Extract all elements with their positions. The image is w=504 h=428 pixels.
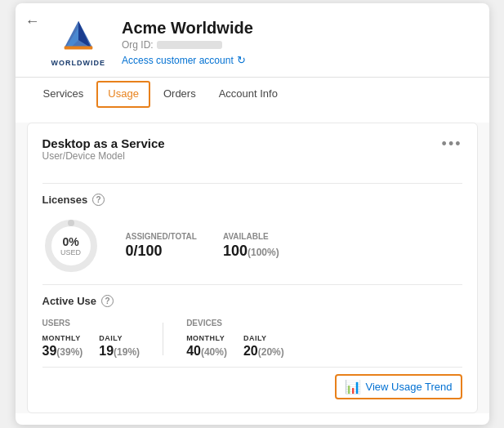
gauge-label: USED <box>60 248 81 256</box>
devices-period-row: MONTHLY 40(40%) DAILY 20(20%) <box>186 334 284 359</box>
section-divider <box>163 323 163 355</box>
users-daily-value: 19(19%) <box>99 344 140 359</box>
devices-monthly-label: MONTHLY <box>186 334 227 342</box>
available-label: AVAILABLE <box>223 232 279 241</box>
licenses-section: Licenses ? 0% USED <box>42 194 462 274</box>
devices-stat: DEVICES MONTHLY 40(40%) DAILY <box>186 319 284 359</box>
service-card: Desktop as a Service User/Device Model •… <box>27 123 478 413</box>
back-button[interactable]: ← <box>25 13 40 30</box>
devices-type-label: DEVICES <box>186 319 284 328</box>
active-use-row: USERS MONTHLY 39(39%) DAILY <box>42 319 462 359</box>
licenses-help-icon[interactable]: ? <box>92 194 105 206</box>
service-header: Desktop as a Service User/Device Model •… <box>42 136 462 173</box>
logo-area: WORLDWIDE <box>51 18 106 77</box>
header: WORLDWIDE Acme Worldwide Org ID: Access … <box>16 3 489 78</box>
users-monthly-label: MONTHLY <box>42 334 83 342</box>
assigned-stat: ASSIGNED/TOTAL 0/100 <box>126 232 197 260</box>
logo-text: WORLDWIDE <box>51 59 106 67</box>
active-use-section: Active Use ? USERS MONTHLY 39(39%) <box>42 295 462 359</box>
divider-1 <box>42 183 462 184</box>
users-period-row: MONTHLY 39(39%) DAILY 19(19%) <box>42 334 140 359</box>
devices-monthly-value: 40(40%) <box>186 344 227 359</box>
tab-orders[interactable]: Orders <box>154 81 206 108</box>
main-content: Desktop as a Service User/Device Model •… <box>16 123 489 413</box>
tab-services[interactable]: Services <box>33 81 94 108</box>
tab-account-info[interactable]: Account Info <box>209 81 288 108</box>
users-stat: USERS MONTHLY 39(39%) DAILY <box>42 319 140 359</box>
devices-daily-col: DAILY 20(20%) <box>243 334 284 359</box>
users-monthly-col: MONTHLY 39(39%) <box>42 334 83 359</box>
users-monthly-pct: (39%) <box>56 346 83 358</box>
view-trend-row: 📊 View Usage Trend <box>42 367 462 399</box>
org-id-label: Org ID: <box>122 39 154 51</box>
refresh-icon: ↻ <box>237 54 246 66</box>
org-id-row: Org ID: <box>122 39 473 51</box>
licenses-row: 0% USED ASSIGNED/TOTAL 0/100 AVAILABLE 1… <box>42 217 462 274</box>
service-subtitle: User/Device Model <box>42 150 165 162</box>
available-value: 100(100%) <box>223 243 279 260</box>
users-type-label: USERS <box>42 319 140 328</box>
devices-monthly-pct: (40%) <box>201 346 227 358</box>
org-id-value <box>157 41 222 49</box>
devices-monthly-col: MONTHLY 40(40%) <box>186 334 227 359</box>
users-monthly-value: 39(39%) <box>42 344 83 359</box>
org-info: Acme Worldwide Org ID: Access customer a… <box>122 19 473 76</box>
gauge-percent: 0% <box>60 235 81 248</box>
view-usage-trend-button[interactable]: 📊 View Usage Trend <box>335 374 462 399</box>
active-use-heading: Active Use ? <box>42 295 462 307</box>
assigned-value: 0/100 <box>126 243 197 260</box>
users-daily-label: DAILY <box>99 334 140 342</box>
devices-daily-value: 20(20%) <box>243 344 284 359</box>
more-options-button[interactable]: ••• <box>442 136 462 151</box>
available-stat: AVAILABLE 100(100%) <box>223 232 279 260</box>
gauge-center: 0% USED <box>60 235 81 256</box>
assigned-label: ASSIGNED/TOTAL <box>126 232 197 241</box>
active-use-help-icon[interactable]: ? <box>101 295 114 307</box>
users-daily-pct: (19%) <box>114 346 140 358</box>
available-pct: (100%) <box>248 247 279 258</box>
devices-daily-label: DAILY <box>243 334 284 342</box>
service-title: Desktop as a Service <box>42 136 165 150</box>
main-window: ← WORLDWIDE Acme Worldwide Org ID: Acces… <box>16 3 489 425</box>
chart-icon: 📊 <box>345 379 361 395</box>
org-name: Acme Worldwide <box>122 19 473 38</box>
access-customer-link[interactable]: Access customer account ↻ <box>122 54 473 66</box>
licenses-heading: Licenses ? <box>42 194 462 206</box>
tabs-bar: Services Usage Orders Account Info <box>16 78 489 111</box>
acme-logo <box>54 18 103 59</box>
svg-rect-3 <box>64 47 92 50</box>
users-daily-col: DAILY 19(19%) <box>99 334 140 359</box>
usage-gauge: 0% USED <box>42 217 100 274</box>
tab-usage[interactable]: Usage <box>96 81 150 108</box>
view-trend-label: View Usage Trend <box>366 381 453 393</box>
devices-daily-pct: (20%) <box>258 346 284 358</box>
divider-2 <box>42 284 462 285</box>
